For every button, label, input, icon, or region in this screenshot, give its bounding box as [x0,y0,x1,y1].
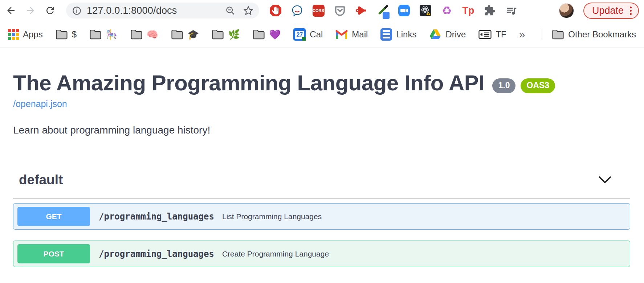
media-playlist-icon[interactable] [505,4,517,17]
forward-button[interactable] [25,5,36,16]
badges: 1.0 OAS3 [492,78,555,93]
folder-icon [253,29,265,40]
folder-icon [171,29,183,40]
bookmark-links[interactable]: Links [380,28,416,41]
swagger-page: The Amazing Programming Language Info AP… [0,48,644,267]
recycle-extension-icon[interactable]: ♻ [441,4,453,17]
react-devtools-icon[interactable] [419,4,432,17]
adblock-stop-hand-icon[interactable] [269,4,282,17]
operation-post-programming-languages[interactable]: POST /programming_languages Create Progr… [13,241,630,267]
folder-icon [130,29,143,40]
carousel-horse-emoji: 🎠 [106,30,117,39]
google-drive-icon [429,29,441,40]
cors-extension-icon[interactable]: CORS [312,4,325,17]
forward-arrow-icon [25,5,36,16]
folder-icon [212,29,224,40]
api-description: Learn about programming language history… [13,124,630,136]
extensions-puzzle-icon[interactable] [484,4,496,17]
red-pointer-extension-icon[interactable] [355,4,367,17]
back-arrow-icon [5,5,16,16]
bookmark-folder-heart[interactable]: 💜 [253,29,281,40]
google-calendar-icon: 27 [293,28,306,41]
operation-summary: List Programming Languages [222,212,322,221]
extensions-row: CORS [269,4,517,17]
folder-icon [552,29,564,40]
address-bar[interactable]: 127.0.0.1:8000/docs [66,3,259,19]
other-bookmarks[interactable]: Other Bookmarks [552,29,636,40]
bookmarks-right-group: Other Bookmarks [542,29,636,40]
operation-get-programming-languages[interactable]: GET /programming_languages List Programm… [13,203,630,230]
bookmarks-overflow-chevron[interactable]: » [519,28,525,41]
back-button[interactable] [5,5,17,16]
update-label: Update [592,5,624,16]
bookmark-tf[interactable]: TF [478,29,506,40]
zoom-out-icon[interactable] [225,6,235,16]
bookmark-folder-money[interactable]: $ [56,29,77,40]
bookmark-drive[interactable]: Drive [429,29,466,40]
page-info-icon[interactable] [72,6,82,16]
oas3-badge: OAS3 [521,78,555,93]
graduation-cap-emoji: 🎓 [187,30,199,39]
bookmarks-divider [542,29,542,40]
operation-path: /programming_languages [99,212,214,222]
herb-emoji: 🌿 [228,30,240,39]
update-button[interactable]: Update [583,3,639,19]
collapse-chevron-button[interactable] [598,176,611,184]
bookmark-folder-herb[interactable]: 🌿 [212,29,240,40]
bookmark-folder-carousel[interactable]: 🎠 [89,29,117,40]
bookmark-folder-graduation[interactable]: 🎓 [171,29,199,40]
bookmarks-bar: Apps $ 🎠 🧠 🎓 🌿 💜 [0,21,644,48]
folder-icon [89,29,102,40]
operation-path: /programming_languages [99,249,214,259]
chat-bubble-icon[interactable] [291,4,303,17]
chevron-down-icon [598,176,611,184]
version-badge: 1.0 [492,78,515,93]
brain-emoji: 🧠 [147,30,158,39]
cors-label: CORS [313,5,325,17]
get-method-badge: GET [17,207,90,226]
bookmark-apps[interactable]: Apps [8,29,43,40]
tp-label: Tp [462,5,474,16]
pocket-shield-icon[interactable] [334,4,346,17]
tag-name: default [19,172,63,188]
url-text: 127.0.0.1:8000/docs [87,5,177,16]
announcement-card-icon [478,29,492,40]
profile-avatar[interactable] [559,3,574,18]
bookmark-star-icon[interactable] [243,5,253,16]
toolbar-right-group: Update [559,3,639,19]
api-title-row: The Amazing Programming Language Info AP… [13,71,630,94]
reload-icon [45,5,56,16]
folder-icon [56,29,68,40]
gmail-icon [335,29,348,39]
kebab-menu-icon[interactable] [630,7,632,15]
purple-heart-emoji: 💜 [269,30,281,39]
page-title: The Amazing Programming Language Info AP… [13,71,484,94]
bookmark-folder-brain[interactable]: 🧠 [130,29,158,40]
browser-toolbar: 127.0.0.1:8000/docs CORS [0,0,644,21]
bookmark-calendar[interactable]: 27 Cal [293,28,323,41]
tag-section-default: default GET /programming_languages List … [13,172,630,267]
links-doc-icon [380,28,392,41]
apps-grid-icon [8,29,19,40]
tag-section-header[interactable]: default [13,172,630,199]
tp-extension-icon[interactable]: Tp [462,4,474,17]
color-swatch-square [383,12,390,19]
zoom-video-icon[interactable] [398,4,410,17]
openapi-spec-link-row: /openapi.json [13,99,630,109]
bookmark-mail[interactable]: Mail [335,29,368,40]
post-method-badge: POST [17,244,90,263]
reload-button[interactable] [44,5,56,16]
operation-summary: Create Programming Language [222,250,329,258]
openapi-json-link[interactable]: /openapi.json [13,99,67,109]
eyedropper-icon[interactable] [376,4,389,17]
